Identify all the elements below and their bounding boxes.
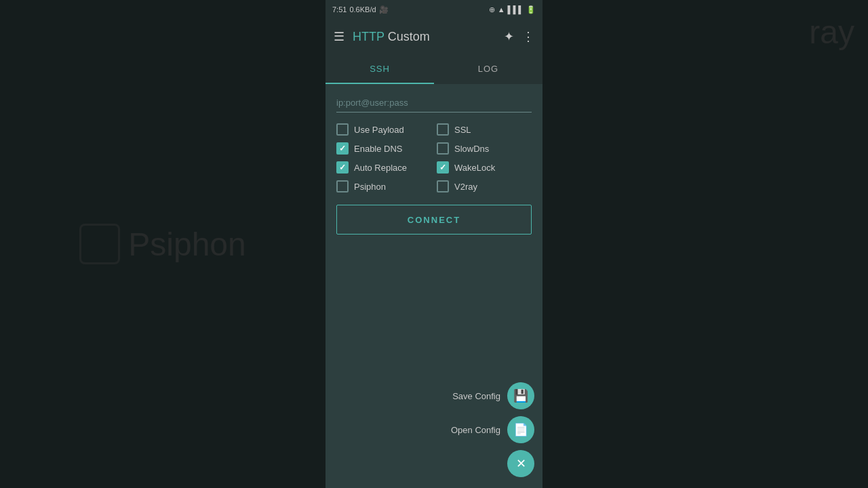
wifi-icon: ▲ (498, 5, 505, 14)
checkbox-ssl-label: SSL (454, 125, 471, 135)
checkbox-use-payload-box[interactable] (336, 123, 349, 136)
open-config-label: Open Config (451, 425, 500, 435)
close-icon: ✕ (516, 456, 526, 471)
checkbox-v2ray-label: V2ray (454, 182, 477, 192)
star-icon[interactable]: ✦ (504, 29, 514, 44)
checkbox-v2ray-box[interactable] (437, 180, 449, 192)
bg-psiphon-text: Psiphon (128, 226, 245, 263)
checkbox-psiphon[interactable]: Psiphon (336, 180, 431, 192)
checkbox-wakelock[interactable]: WakeLock (437, 161, 532, 174)
bg-v2ray-text: ray (809, 14, 854, 51)
open-config-row: Open Config 📄 (451, 416, 534, 443)
ssh-input[interactable] (336, 95, 532, 113)
status-bar: 7:51 0.6KB/d 🎥 ⊕ ▲ ▌▌▌ 🔋 (326, 0, 542, 19)
bg-psiphon-icon (79, 224, 120, 264)
status-video-icon: 🎥 (379, 5, 389, 14)
connect-button[interactable]: CONNECT (336, 205, 532, 235)
checkbox-ssl[interactable]: SSL (437, 123, 532, 136)
status-bar-right: ⊕ ▲ ▌▌▌ 🔋 (489, 5, 536, 14)
checkbox-auto-replace-box[interactable] (336, 161, 349, 174)
app-title-http: HTTP (353, 30, 384, 43)
app-bar: ☰ HTTP Custom ✦ ⋮ (326, 19, 542, 54)
background-left: Psiphon (0, 0, 326, 488)
bg-psiphon-branding: Psiphon (79, 224, 245, 264)
open-icon: 📄 (513, 422, 528, 437)
checkbox-psiphon-label: Psiphon (354, 182, 386, 192)
checkbox-v2ray[interactable]: V2ray (437, 180, 532, 192)
fab-close-row: ✕ (507, 450, 534, 477)
app-title-custom: Custom (384, 30, 430, 43)
ssh-input-wrapper (336, 95, 532, 113)
status-speed: 0.6KB/d (349, 5, 376, 14)
background-right: ray (542, 0, 868, 488)
checkbox-ssl-box[interactable] (437, 123, 449, 136)
tab-log[interactable]: LOG (434, 54, 542, 84)
open-config-button[interactable]: 📄 (507, 416, 534, 443)
checkbox-wakelock-box[interactable] (437, 161, 449, 174)
bluetooth-icon: ⊕ (489, 5, 495, 14)
status-bar-left: 7:51 0.6KB/d 🎥 (332, 5, 389, 14)
hamburger-menu-icon[interactable]: ☰ (334, 29, 344, 44)
tab-ssh[interactable]: SSH (326, 54, 434, 84)
fab-close-button[interactable]: ✕ (507, 450, 534, 477)
save-icon: 💾 (513, 388, 528, 403)
checkbox-use-payload-label: Use Payload (354, 125, 404, 135)
more-options-icon[interactable]: ⋮ (522, 29, 534, 44)
battery-icon: 🔋 (526, 5, 536, 14)
save-config-label: Save Config (452, 391, 500, 401)
checkbox-auto-replace-label: Auto Replace (354, 163, 407, 173)
checkbox-use-payload[interactable]: Use Payload (336, 123, 431, 136)
checkbox-slow-dns[interactable]: SlowDns (437, 142, 532, 155)
fab-area: Save Config 💾 Open Config 📄 ✕ (451, 382, 534, 477)
checkbox-enable-dns-box[interactable] (336, 142, 349, 155)
checkbox-auto-replace[interactable]: Auto Replace (336, 161, 431, 174)
checkbox-slow-dns-label: SlowDns (454, 144, 489, 154)
phone-frame: 7:51 0.6KB/d 🎥 ⊕ ▲ ▌▌▌ 🔋 ☰ HTTP Custom ✦… (326, 0, 542, 488)
checkbox-slow-dns-box[interactable] (437, 142, 449, 155)
checkbox-psiphon-box[interactable] (336, 180, 349, 192)
status-time: 7:51 (332, 5, 347, 14)
checkbox-enable-dns-label: Enable DNS (354, 144, 403, 154)
save-config-row: Save Config 💾 (452, 382, 534, 409)
signal-icon: ▌▌▌ (508, 5, 524, 14)
app-bar-actions: ✦ ⋮ (504, 29, 534, 44)
tab-bar: SSH LOG (326, 54, 542, 84)
main-content: Use Payload SSL Enable DNS SlowDns Auto … (326, 84, 542, 488)
checkbox-wakelock-label: WakeLock (454, 163, 495, 173)
app-title: HTTP Custom (353, 30, 496, 44)
save-config-button[interactable]: 💾 (507, 382, 534, 409)
checkbox-enable-dns[interactable]: Enable DNS (336, 142, 431, 155)
checkbox-grid: Use Payload SSL Enable DNS SlowDns Auto … (336, 123, 532, 192)
